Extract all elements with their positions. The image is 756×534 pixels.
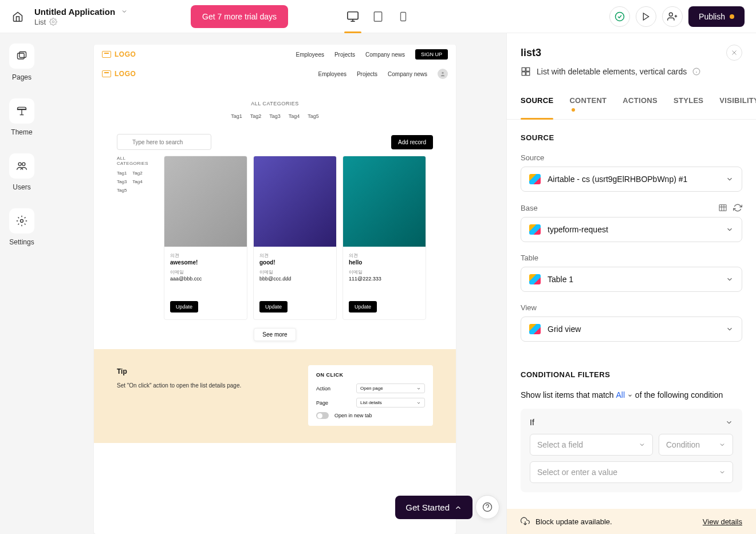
preview-button[interactable] bbox=[636, 6, 656, 27]
tag-link[interactable]: Tag3 bbox=[269, 113, 281, 119]
users-icon bbox=[16, 160, 27, 172]
svg-rect-13 bbox=[18, 53, 25, 59]
svg-point-15 bbox=[18, 163, 21, 165]
view-details-link[interactable]: View details bbox=[703, 517, 742, 526]
chevron-down-icon bbox=[627, 393, 633, 398]
status-check-button[interactable] bbox=[609, 6, 630, 27]
chevron-down-icon bbox=[416, 386, 421, 391]
nav-link[interactable]: Employees bbox=[318, 71, 346, 77]
device-switcher bbox=[346, 10, 410, 23]
view-label: View bbox=[521, 303, 742, 312]
tab-actions[interactable]: ACTIONS bbox=[623, 90, 657, 119]
update-button[interactable]: Update bbox=[259, 301, 288, 313]
airtable-icon bbox=[529, 174, 541, 184]
chevron-down-icon[interactable] bbox=[725, 418, 733, 426]
table-icon[interactable] bbox=[718, 203, 727, 212]
cond-filters-header: CONDITIONAL FILTERS bbox=[521, 370, 742, 379]
tag-link[interactable]: Tag2 bbox=[250, 113, 262, 119]
list-item[interactable]: 의견 hello 이메일 111@222.333 Update bbox=[342, 156, 426, 320]
publish-button[interactable]: Publish bbox=[688, 6, 745, 27]
add-user-button[interactable] bbox=[662, 6, 683, 27]
preview-header-1: LOGO Employees Projects Company news SIG… bbox=[94, 45, 456, 64]
svg-point-8 bbox=[616, 12, 624, 21]
cond-field-select[interactable]: Select a field bbox=[530, 434, 653, 456]
tab-visibility[interactable]: VISIBILITY bbox=[719, 90, 756, 119]
nav-link[interactable]: Company news bbox=[365, 52, 405, 58]
filter-tag[interactable]: Tag3 bbox=[117, 179, 127, 184]
filter-tag[interactable]: Tag5 bbox=[117, 188, 127, 193]
publish-indicator-dot bbox=[730, 14, 734, 19]
get-started-button[interactable]: Get Started bbox=[395, 496, 472, 519]
theme-icon bbox=[16, 105, 27, 117]
info-icon[interactable] bbox=[692, 68, 700, 76]
gear-icon[interactable] bbox=[49, 18, 57, 26]
filter-tag[interactable]: Tag1 bbox=[117, 171, 127, 176]
svg-rect-6 bbox=[401, 12, 406, 21]
device-tablet[interactable] bbox=[372, 10, 384, 23]
tab-source[interactable]: SOURCE bbox=[521, 90, 553, 119]
trial-button[interactable]: Get 7 more trial days bbox=[191, 5, 288, 28]
avatar[interactable] bbox=[438, 69, 448, 79]
tag-link[interactable]: Tag5 bbox=[308, 113, 319, 119]
nav-link[interactable]: Company news bbox=[388, 71, 427, 77]
see-more-button[interactable]: See more bbox=[254, 328, 296, 341]
cond-value-select[interactable]: Select or enter a value bbox=[530, 461, 733, 483]
sidebar-item-users[interactable]: Users bbox=[9, 153, 34, 191]
card-image bbox=[164, 156, 247, 247]
device-mobile[interactable] bbox=[397, 10, 410, 23]
home-button[interactable] bbox=[11, 10, 24, 23]
airtable-icon bbox=[529, 324, 541, 334]
grid-icon bbox=[521, 66, 531, 77]
chevron-down-icon bbox=[639, 441, 645, 448]
filter-tag[interactable]: Tag4 bbox=[132, 179, 142, 184]
tip-section: Tip Set "On click" action to open the li… bbox=[94, 349, 456, 443]
source-select[interactable]: Airtable - cs (usrt9gElRHBOPbWnp) #1 bbox=[521, 167, 742, 192]
tag-link[interactable]: Tag1 bbox=[231, 113, 242, 119]
chevron-down-icon[interactable] bbox=[121, 8, 128, 15]
update-button[interactable]: Update bbox=[349, 301, 377, 313]
table-select[interactable]: Table 1 bbox=[521, 267, 742, 292]
page-preview[interactable]: LOGO Employees Projects Company news SIG… bbox=[94, 45, 456, 534]
page-select[interactable]: List details bbox=[356, 398, 425, 408]
topbar: Untitled Application List Get 7 more tri… bbox=[0, 0, 756, 33]
action-select[interactable]: Open page bbox=[356, 383, 425, 393]
svg-rect-28 bbox=[526, 72, 530, 76]
device-desktop[interactable] bbox=[346, 10, 359, 23]
sidebar-item-settings[interactable]: Settings bbox=[9, 208, 34, 246]
chevron-up-icon bbox=[454, 504, 462, 512]
view-select[interactable]: Grid view bbox=[521, 317, 742, 342]
signup-button[interactable]: SIGN UP bbox=[415, 49, 448, 60]
svg-point-10 bbox=[669, 13, 672, 16]
logo-text: LOGO bbox=[115, 70, 136, 78]
nav-link[interactable]: Projects bbox=[334, 52, 355, 58]
cond-condition-select[interactable]: Condition bbox=[659, 434, 733, 456]
page-name: List bbox=[34, 18, 46, 26]
search-input[interactable] bbox=[117, 134, 211, 150]
help-icon bbox=[482, 502, 493, 512]
canvas-area: LOGO Employees Projects Company news SIG… bbox=[44, 33, 506, 534]
chevron-down-icon bbox=[726, 325, 734, 333]
nav-link[interactable]: Employees bbox=[296, 52, 324, 58]
sidebar-item-pages[interactable]: Pages bbox=[9, 43, 34, 81]
sidebar-item-theme[interactable]: Theme bbox=[9, 98, 34, 136]
cond-match-dropdown[interactable]: All bbox=[616, 390, 633, 399]
nav-link[interactable]: Projects bbox=[357, 71, 377, 77]
tip-title: Tip bbox=[117, 367, 291, 375]
list-item[interactable]: 의견 awesome! 이메일 aaa@bbb.ccc Update bbox=[164, 156, 247, 320]
tab-styles[interactable]: STYLES bbox=[674, 90, 703, 119]
open-new-tab-toggle[interactable] bbox=[316, 412, 329, 419]
filter-tag[interactable]: Tag2 bbox=[132, 171, 142, 176]
update-button[interactable]: Update bbox=[170, 301, 198, 313]
base-select[interactable]: typeform-request bbox=[521, 217, 742, 242]
close-button[interactable] bbox=[726, 45, 742, 61]
card-image bbox=[343, 156, 426, 247]
airtable-icon bbox=[529, 274, 541, 284]
refresh-icon[interactable] bbox=[733, 203, 742, 212]
add-record-button[interactable]: Add record bbox=[391, 135, 433, 149]
tag-link[interactable]: Tag4 bbox=[289, 113, 300, 119]
help-button[interactable] bbox=[475, 495, 499, 519]
svg-rect-14 bbox=[19, 52, 26, 58]
list-item[interactable]: 의견 good! 이메일 bbb@ccc.ddd Update bbox=[253, 156, 337, 320]
tab-content[interactable]: CONTENT bbox=[569, 90, 607, 119]
source-section-header: SOURCE bbox=[521, 133, 742, 142]
